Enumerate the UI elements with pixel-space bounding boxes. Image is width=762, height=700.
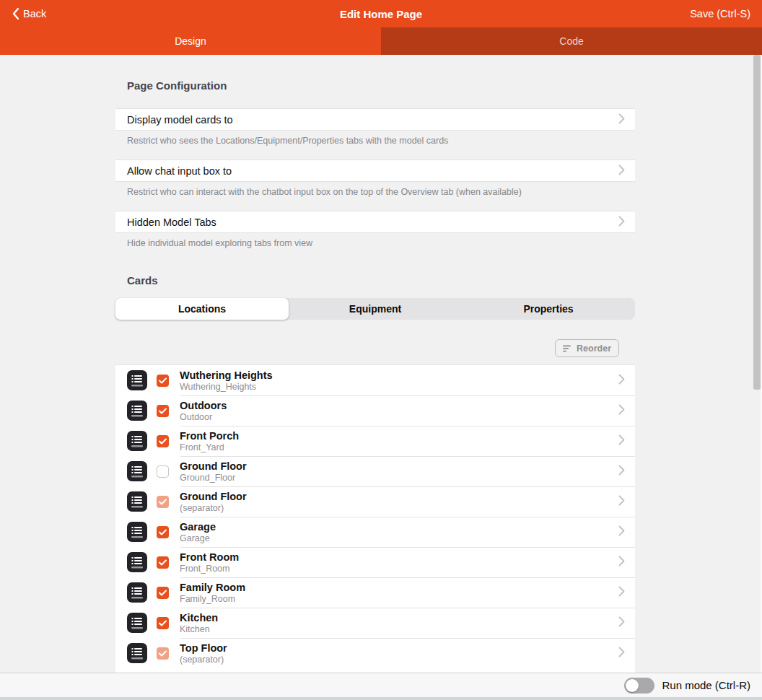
chevron-left-icon bbox=[12, 7, 19, 20]
row-subtitle: Front_Yard bbox=[180, 442, 618, 452]
row-text: Outdoors Outdoor bbox=[180, 400, 618, 422]
card-list-row[interactable]: Family Room Family_Room bbox=[115, 577, 635, 608]
config-row-allow-chat-input[interactable]: Allow chat input box to bbox=[115, 159, 635, 182]
row-checkbox[interactable] bbox=[157, 496, 169, 508]
segment-locations[interactable]: Locations bbox=[115, 298, 289, 320]
card-list-row[interactable]: Front Porch Front_Yard bbox=[115, 426, 635, 456]
row-text: Top Floor (separator) bbox=[180, 642, 618, 665]
row-title: Outdoors bbox=[180, 400, 618, 411]
card-list-row[interactable]: Front Room Front_Room bbox=[115, 547, 635, 577]
row-subtitle: (separator) bbox=[180, 503, 618, 513]
back-label: Back bbox=[23, 8, 46, 19]
row-text: Family Room Family_Room bbox=[180, 582, 618, 604]
row-checkbox[interactable] bbox=[157, 587, 169, 599]
scrollbar-thumb[interactable] bbox=[753, 55, 761, 390]
tab-code[interactable]: Code bbox=[381, 27, 762, 55]
page-content: Page Configuration Display model cards t… bbox=[0, 55, 762, 673]
chevron-right-icon bbox=[618, 586, 625, 600]
row-checkbox[interactable] bbox=[157, 465, 169, 478]
row-checkbox[interactable] bbox=[157, 405, 169, 417]
chevron-right-icon bbox=[618, 113, 625, 126]
card-list-row[interactable]: Garage Garage bbox=[115, 517, 635, 547]
row-subtitle: Kitchen bbox=[180, 624, 618, 634]
row-title: Garage bbox=[180, 521, 618, 533]
list-item-icon bbox=[127, 613, 147, 633]
save-button[interactable]: Save (Ctrl-S) bbox=[690, 8, 750, 19]
list-item-icon bbox=[127, 370, 147, 390]
list-item-icon bbox=[127, 401, 147, 421]
bottom-toolbar: Run mode (Ctrl-R) bbox=[0, 673, 762, 697]
run-mode-label: Run mode (Ctrl-R) bbox=[662, 679, 750, 691]
chevron-right-icon bbox=[618, 165, 625, 178]
config-hint: Hide individual model exploring tabs fro… bbox=[115, 238, 635, 249]
cards-segmented-control: Locations Equipment Properties bbox=[115, 298, 635, 320]
card-list-row[interactable]: Wuthering Heights Wuthering_Heights bbox=[115, 365, 635, 395]
back-button[interactable]: Back bbox=[12, 7, 46, 20]
row-checkbox[interactable] bbox=[157, 526, 169, 538]
row-checkbox[interactable] bbox=[157, 556, 169, 569]
chevron-right-icon bbox=[618, 374, 625, 388]
list-item-icon bbox=[127, 643, 147, 663]
list-item-icon bbox=[127, 552, 147, 572]
list-item-icon bbox=[127, 431, 147, 451]
row-checkbox[interactable] bbox=[157, 617, 169, 629]
chevron-right-icon bbox=[618, 404, 625, 418]
row-title: Ground Floor bbox=[180, 491, 618, 502]
chevron-right-icon bbox=[618, 216, 625, 229]
row-title: Family Room bbox=[180, 582, 618, 593]
row-title: Top Floor bbox=[180, 642, 618, 654]
chevron-right-icon bbox=[618, 465, 625, 478]
row-subtitle: Family_Room bbox=[180, 594, 618, 604]
config-row-label: Display model cards to bbox=[127, 114, 233, 126]
config-hint: Restrict who can interact with the chatb… bbox=[115, 187, 635, 198]
card-list-row[interactable]: Ground Floor Ground_Floor bbox=[115, 456, 635, 486]
section-title-page-configuration: Page Configuration bbox=[115, 79, 635, 92]
row-subtitle: Ground_Floor bbox=[180, 473, 618, 483]
row-title: Kitchen bbox=[180, 612, 618, 624]
config-hint: Restrict who sees the Locations/Equipmen… bbox=[115, 136, 635, 146]
row-title: Ground Floor bbox=[180, 460, 618, 472]
row-text: Front Porch Front_Yard bbox=[180, 430, 618, 452]
segment-properties[interactable]: Properties bbox=[462, 298, 635, 320]
row-checkbox[interactable] bbox=[157, 647, 169, 660]
toggle-knob bbox=[626, 679, 639, 692]
navbar: Back Edit Home Page Save (Ctrl-S) bbox=[0, 0, 762, 27]
sort-icon bbox=[563, 345, 572, 352]
row-subtitle: Garage bbox=[180, 533, 618, 543]
row-title: Front Room bbox=[180, 551, 618, 563]
row-text: Wuthering Heights Wuthering_Heights bbox=[180, 369, 618, 392]
reorder-button[interactable]: Reorder bbox=[555, 339, 619, 357]
row-text: Garage Garage bbox=[180, 521, 618, 543]
row-subtitle: Wuthering_Heights bbox=[180, 382, 618, 392]
page-title: Edit Home Page bbox=[0, 8, 762, 20]
reorder-label: Reorder bbox=[577, 344, 611, 354]
config-row-label: Allow chat input box to bbox=[127, 165, 232, 177]
list-item-icon bbox=[127, 582, 147, 603]
row-text: Front Room Front_Room bbox=[180, 551, 618, 574]
row-text: Kitchen Kitchen bbox=[180, 612, 618, 634]
config-row-hidden-model-tabs[interactable]: Hidden Model Tabs bbox=[115, 211, 635, 233]
tab-design[interactable]: Design bbox=[0, 27, 381, 55]
card-list-row[interactable]: Top Floor (separator) bbox=[115, 638, 635, 668]
row-checkbox[interactable] bbox=[157, 375, 169, 387]
row-text: Ground Floor Ground_Floor bbox=[180, 460, 618, 483]
card-list-row[interactable]: Kitchen Kitchen bbox=[115, 608, 635, 638]
chevron-right-icon bbox=[618, 556, 625, 569]
row-checkbox[interactable] bbox=[157, 435, 169, 447]
chevron-right-icon bbox=[618, 616, 625, 630]
row-text: Ground Floor (separator) bbox=[180, 491, 618, 513]
list-item-icon bbox=[127, 522, 147, 542]
card-list-row[interactable]: Outdoors Outdoor bbox=[115, 395, 635, 426]
card-list-row[interactable]: Ground Floor (separator) bbox=[115, 486, 635, 517]
location-cards-list: Wuthering Heights Wuthering_Heights Outd… bbox=[115, 364, 635, 673]
run-mode-toggle[interactable] bbox=[624, 678, 654, 694]
config-row-label: Hidden Model Tabs bbox=[127, 216, 216, 228]
chevron-right-icon bbox=[618, 495, 625, 509]
row-title: Wuthering Heights bbox=[180, 369, 618, 381]
chevron-right-icon bbox=[618, 525, 625, 539]
row-subtitle: Front_Room bbox=[180, 564, 618, 574]
segment-equipment[interactable]: Equipment bbox=[289, 298, 462, 320]
config-row-display-model-cards[interactable]: Display model cards to bbox=[115, 108, 635, 131]
window-bottom-strip bbox=[0, 697, 762, 700]
row-title: Front Porch bbox=[180, 430, 618, 442]
